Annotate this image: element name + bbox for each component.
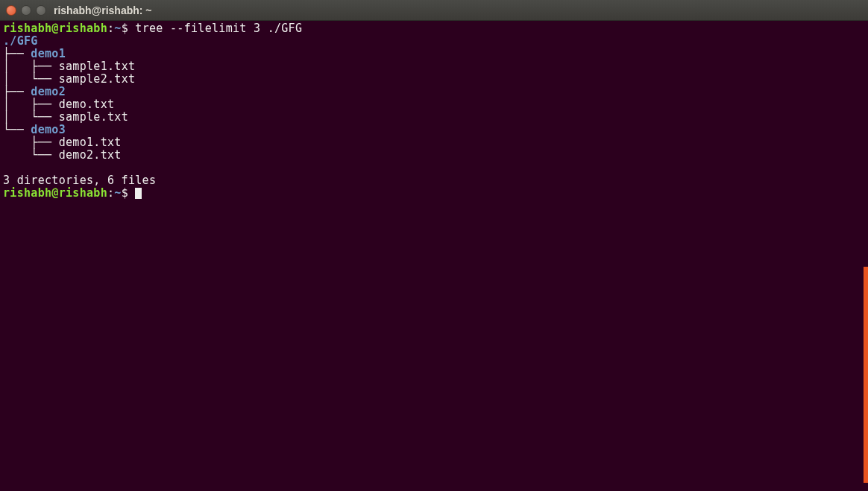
tree-line: │ ├── sample1.txt xyxy=(3,60,865,73)
prompt-path: ~ xyxy=(114,186,121,200)
file-name: sample1.txt xyxy=(59,60,136,73)
tree-line: │ ├── demo.txt xyxy=(3,98,865,111)
tree-line: └── demo2.txt xyxy=(3,149,865,162)
command-text: tree --filelimit 3 ./GFG xyxy=(135,22,302,35)
file-name: demo1.txt xyxy=(59,136,122,149)
minimize-button[interactable] xyxy=(21,5,31,16)
command-line: rishabh@rishabh:~$ tree --filelimit 3 ./… xyxy=(3,22,865,35)
tree-prefix: │ ├── xyxy=(3,98,59,111)
tree-root: ./GFG xyxy=(3,35,865,48)
prompt-dollar: $ xyxy=(122,186,128,200)
window-titlebar: rishabh@rishabh: ~ xyxy=(0,0,868,21)
scrollbar[interactable] xyxy=(864,267,868,483)
prompt-user: rishabh@rishabh xyxy=(3,22,107,35)
tree-prefix: │ └── xyxy=(3,110,59,124)
file-name: sample2.txt xyxy=(59,72,136,86)
prompt-colon: : xyxy=(107,186,114,200)
terminal-body[interactable]: rishabh@rishabh:~$ tree --filelimit 3 ./… xyxy=(0,21,868,491)
command-text xyxy=(128,22,135,35)
maximize-button[interactable] xyxy=(36,5,46,16)
blank-line xyxy=(3,162,865,174)
tree-line: ├── demo1.txt xyxy=(3,136,865,149)
cursor xyxy=(135,188,142,199)
tree-prefix: └── xyxy=(3,148,59,162)
tree-output: ├── demo1│ ├── sample1.txt│ └── sample2.… xyxy=(3,48,865,162)
tree-line: │ └── sample2.txt xyxy=(3,73,865,86)
tree-prefix: └── xyxy=(3,123,31,136)
tree-prefix: ├── xyxy=(3,47,31,60)
tree-prefix: │ └── xyxy=(3,72,59,86)
tree-line: │ └── sample.txt xyxy=(3,111,865,124)
tree-line: ├── demo2 xyxy=(3,86,865,98)
tree-prefix: │ ├── xyxy=(3,60,59,73)
prompt-colon: : xyxy=(107,22,114,35)
prompt-dollar: $ xyxy=(122,22,128,35)
file-name: demo.txt xyxy=(59,98,115,111)
file-name: sample.txt xyxy=(59,110,128,124)
summary-line: 3 directories, 6 files xyxy=(3,174,865,187)
window-title: rishabh@rishabh: ~ xyxy=(54,4,152,16)
close-button[interactable] xyxy=(6,5,16,16)
prompt-line: rishabh@rishabh:~$ xyxy=(3,187,865,200)
window-buttons xyxy=(6,5,46,16)
tree-prefix: ├── xyxy=(3,85,31,98)
tree-prefix: ├── xyxy=(3,136,59,149)
directory-name: demo2 xyxy=(31,85,66,98)
file-name: demo2.txt xyxy=(59,148,122,162)
directory-name: demo3 xyxy=(31,123,66,136)
root-dir: ./GFG xyxy=(3,34,38,48)
prompt-user: rishabh@rishabh xyxy=(3,186,107,200)
directory-name: demo1 xyxy=(31,47,66,60)
tree-line: └── demo3 xyxy=(3,124,865,136)
prompt-path: ~ xyxy=(114,22,121,35)
tree-line: ├── demo1 xyxy=(3,48,865,60)
